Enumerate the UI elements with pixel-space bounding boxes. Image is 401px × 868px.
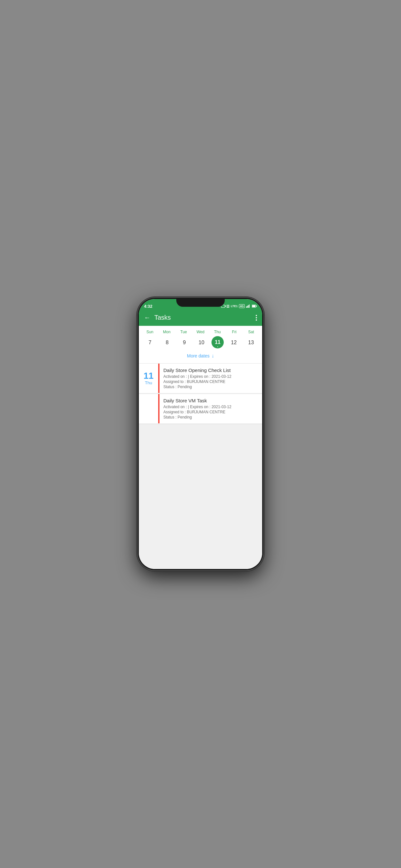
task-2-content: Daily Store VM Task Activated on : | Exp…	[159, 394, 262, 423]
task-2-title: Daily Store VM Task	[163, 398, 258, 403]
task-1-assigned: Assigned to : BURJUMAN CENTRE	[163, 379, 258, 384]
status-time: 4:32	[144, 304, 152, 309]
task-2-assigned: Assigned to : BURJUMAN CENTRE	[163, 410, 258, 414]
image-icon: 🖼	[226, 305, 229, 308]
task-1-content: Daily Store Opening Check List Activated…	[159, 364, 262, 393]
weekday-thu: Thu	[210, 330, 224, 334]
more-dates-arrow-icon[interactable]: ↓	[212, 353, 214, 359]
weekday-sat: Sat	[244, 330, 258, 334]
notch	[176, 298, 225, 307]
weekdays-row: Sun Mon Tue Wed Thu Fri Sat	[142, 330, 259, 334]
date-7[interactable]: 7	[143, 336, 157, 349]
task-1-date-col: 11 Thu	[139, 364, 158, 393]
date-13[interactable]: 13	[244, 336, 258, 349]
more-dates-label[interactable]: More dates	[187, 353, 210, 359]
weekday-fri: Fri	[227, 330, 242, 334]
tasks-container: 11 Thu Daily Store Opening Check List Ac…	[139, 364, 262, 569]
more-dates-row[interactable]: More dates ↓	[142, 352, 259, 361]
svg-rect-2	[248, 305, 249, 308]
date-12[interactable]: 12	[227, 336, 241, 349]
svg-rect-1	[247, 306, 248, 308]
task-row-1[interactable]: 11 Thu Daily Store Opening Check List Ac…	[139, 364, 262, 393]
task-1-day-num: 11	[143, 371, 153, 380]
page-title: Tasks	[154, 314, 171, 321]
more-dot-2	[256, 317, 257, 318]
phone-frame: 4:32 🖼 LTE1 4G	[137, 298, 264, 570]
status-icons: 🖼 LTE1 4G	[221, 304, 257, 308]
svg-rect-3	[249, 305, 250, 308]
header-left: ← Tasks	[144, 314, 171, 321]
signal-4g: 4G	[239, 304, 245, 308]
battery-icon	[252, 305, 257, 308]
back-button[interactable]: ←	[144, 314, 150, 321]
more-dot-3	[256, 319, 257, 321]
task-1-status: Status : Pending	[163, 384, 258, 389]
task-1-title: Daily Store Opening Check List	[163, 368, 258, 373]
task-2-status: Status : Pending	[163, 415, 258, 420]
svg-rect-5	[256, 306, 257, 307]
weekday-tue: Tue	[177, 330, 191, 334]
date-11-active[interactable]: 11	[212, 336, 224, 348]
weekday-sun: Sun	[143, 330, 157, 334]
screen: 4:32 🖼 LTE1 4G	[139, 299, 262, 569]
svg-rect-6	[252, 305, 255, 307]
date-8[interactable]: 8	[160, 336, 174, 349]
weekday-wed: Wed	[193, 330, 208, 334]
svg-rect-0	[246, 306, 247, 308]
signal-bars-icon	[246, 305, 251, 308]
more-menu-button[interactable]	[256, 315, 257, 321]
calendar-section: Sun Mon Tue Wed Thu Fri Sat 7 8 9 10 11 …	[139, 326, 262, 363]
date-9[interactable]: 9	[177, 336, 191, 349]
task-row-2[interactable]: Daily Store VM Task Activated on : | Exp…	[139, 394, 262, 423]
lte-label: LTE1	[231, 305, 238, 308]
date-10[interactable]: 10	[194, 336, 209, 349]
task-2-date-col	[139, 394, 158, 423]
weekday-mon: Mon	[159, 330, 174, 334]
task-1-activated: Activated on : | Expires on : 2021-03-12	[163, 374, 258, 379]
task-divider-2	[139, 424, 262, 424]
task-1-day-label: Thu	[145, 380, 152, 385]
task-2-activated: Activated on : | Expires on : 2021-03-12	[163, 405, 258, 409]
app-header: ← Tasks	[139, 311, 262, 326]
more-dot-1	[256, 315, 257, 316]
dates-row: 7 8 9 10 11 12 13	[142, 336, 259, 349]
